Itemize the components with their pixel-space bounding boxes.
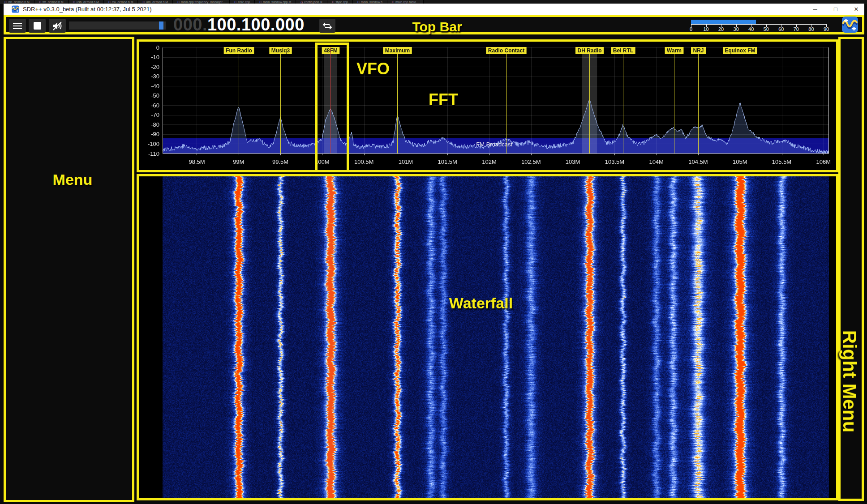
file-icon: C xyxy=(177,0,180,4)
scale-tick-label: 90 xyxy=(824,26,829,32)
stop-icon xyxy=(34,22,41,30)
scale-tick-label: 30 xyxy=(734,26,739,32)
minimize-button[interactable]: ─ xyxy=(808,4,822,15)
annotation-menu: Menu xyxy=(53,171,93,188)
scale-tick-label: 60 xyxy=(778,26,784,32)
fft-canvas[interactable] xyxy=(139,42,836,170)
annotation-right-menu: Right Menu xyxy=(839,330,860,433)
file-icon: C xyxy=(357,0,360,4)
fft-range-slider[interactable]: 0102030405060708090 xyxy=(689,18,832,32)
fft-range-fill xyxy=(691,20,756,24)
annotation-top-bar: Top Bar xyxy=(412,19,462,34)
file-icon: C xyxy=(234,0,236,4)
scale-tick-label: 10 xyxy=(703,26,708,32)
window-title: SDR++ v0.3.0_beta (Built at 00:12:37, Ju… xyxy=(23,6,152,13)
file-icon: C xyxy=(142,0,145,4)
file-icon: C xyxy=(108,0,111,4)
file-icon: {} xyxy=(300,0,303,4)
annotation-fft: FFT xyxy=(429,90,458,109)
menu-panel xyxy=(4,37,134,502)
volume-slider-handle[interactable] xyxy=(159,21,163,30)
file-icon: C xyxy=(39,0,41,4)
vfo-center-toggle-button[interactable] xyxy=(319,19,335,33)
waterfall-panel xyxy=(137,174,838,500)
scale-tick-label: 70 xyxy=(794,26,799,32)
volume-slider[interactable] xyxy=(69,21,166,30)
annotation-vfo: VFO xyxy=(356,60,390,78)
scale-tick-label: 80 xyxy=(808,26,814,32)
file-icon: C xyxy=(4,0,7,4)
file-icon: C xyxy=(259,0,262,4)
stop-button[interactable] xyxy=(29,19,46,33)
menu-toggle-button[interactable] xyxy=(9,19,26,33)
frequency-display[interactable]: 000.100.100.000 xyxy=(173,15,305,34)
file-icon: C xyxy=(392,0,394,4)
fft-panel xyxy=(137,39,838,172)
close-button[interactable]: ✕ xyxy=(850,4,863,15)
muted-speaker-icon xyxy=(52,21,63,31)
waterfall-canvas[interactable] xyxy=(139,176,836,498)
annotation-waterfall: Waterfall xyxy=(449,295,513,312)
fft-range-axis xyxy=(691,24,826,25)
app-icon xyxy=(12,5,19,13)
frequency-dim-digits: 000. xyxy=(173,15,207,34)
desktop: Cisb_demod.h MCfm_demod.h MCusb_demod.h … xyxy=(0,0,867,504)
hamburger-icon xyxy=(13,23,22,29)
scale-tick-label: 20 xyxy=(718,26,724,32)
file-icon: C xyxy=(73,0,75,4)
mute-button[interactable] xyxy=(49,19,66,33)
frequency-digits: 100.100.000 xyxy=(207,15,305,34)
scale-tick-label: 0 xyxy=(690,26,692,32)
scale-tick-label: 40 xyxy=(748,26,754,32)
sdrpp-logo xyxy=(841,16,858,33)
window-titlebar: SDR++ v0.3.0_beta (Built at 00:12:37, Ju… xyxy=(4,4,864,15)
scale-tick-label: 50 xyxy=(764,26,769,32)
maximize-button[interactable]: □ xyxy=(829,4,842,15)
swap-arrows-icon xyxy=(322,22,332,30)
file-icon: C xyxy=(332,0,334,4)
